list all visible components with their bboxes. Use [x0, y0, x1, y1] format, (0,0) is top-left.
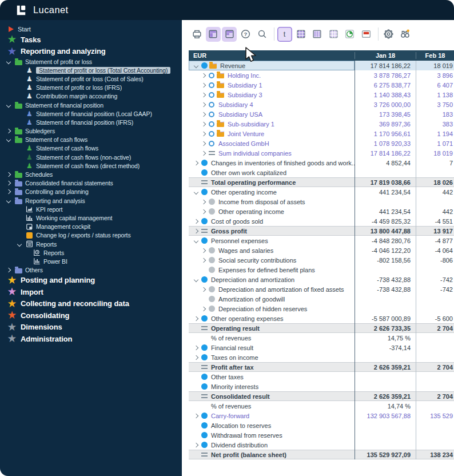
sidebar-item-administration[interactable]: ★Administration — [0, 333, 182, 345]
sidebar-item-start[interactable]: Start — [0, 24, 182, 34]
chevron-down-icon[interactable] — [192, 191, 200, 194]
chevron-right-icon[interactable] — [7, 173, 14, 176]
sidebar-item-subledgers[interactable]: Subledgers — [0, 127, 182, 136]
table-row-subsidiary-1[interactable]: Subsidiary 16 275 838,776 407 — [189, 80, 454, 90]
sidebar-item-posting-and-planning[interactable]: ★Posting and planning — [0, 275, 182, 287]
chevron-right-icon[interactable] — [200, 132, 207, 136]
layout-table-left-button[interactable] — [206, 27, 221, 42]
sidebar-item-statement-of-profit-or-loss-total-cost-accounting[interactable]: ♟Statement of profit or loss (Total Cost… — [0, 66, 182, 74]
chevron-right-icon[interactable] — [192, 414, 200, 418]
table-row-other-taxes[interactable]: Other taxes — [189, 372, 454, 382]
chevron-right-icon[interactable] — [200, 113, 207, 116]
sidebar-item-tasks[interactable]: ★Tasks — [0, 34, 182, 46]
chevron-down-icon[interactable] — [192, 278, 200, 281]
chevron-right-icon[interactable] — [192, 220, 200, 223]
chevron-right-icon[interactable] — [192, 356, 200, 359]
chevron-right-icon[interactable] — [200, 93, 207, 97]
table-row-other-operating-expenses[interactable]: Other operating expenses-5 587 000,89-5 … — [189, 314, 454, 323]
chevron-down-icon[interactable] — [7, 104, 14, 107]
sidebar-item-consolidating[interactable]: ★Consolidating — [0, 310, 182, 322]
table-row-minority-interests[interactable]: Minority interests — [189, 382, 454, 391]
column-header-feb[interactable]: Feb 18 — [416, 52, 454, 59]
table-row-revenue[interactable]: Revenue17 814 186,2218 019 — [189, 61, 454, 70]
table-row-holding-inc[interactable]: Holding Inc.3 878 786,273 896 — [189, 70, 454, 80]
chevron-down-icon[interactable] — [192, 239, 200, 243]
table-row-total-operating-performance[interactable]: Total operating performance17 819 038,66… — [189, 177, 454, 187]
column-header-jan[interactable]: Jan 18 — [355, 52, 416, 59]
chevron-down-icon[interactable] — [18, 243, 25, 246]
table-row-gross-profit[interactable]: Gross profit13 800 447,8813 917 — [189, 226, 454, 236]
table-row-consolidated-result[interactable]: Consolidated result2 626 359,212 704 — [189, 391, 454, 401]
sidebar-item-statement-of-profit-or-loss-cost-of-sales[interactable]: ♟Statement of profit or loss (Cost of Sa… — [0, 74, 182, 83]
table-row-subsidiary-usa[interactable]: Subsidiary USA173 398,45183 — [189, 109, 454, 119]
table-row-sub-subsidiary-1[interactable]: Sub-subsidiary 1369 897,36383 — [189, 119, 454, 129]
sidebar-item-statement-of-cash-flows[interactable]: Statement of cash flows — [0, 136, 182, 144]
sidebar-item-statement-of-financial-position[interactable]: Statement of financial position — [0, 101, 182, 109]
text-mode-button[interactable]: t — [277, 27, 292, 42]
table-row-of-revenues[interactable]: % of revenues14,74 % — [189, 401, 454, 411]
chevron-right-icon[interactable] — [7, 129, 14, 133]
table-row-sum-individual-companies[interactable]: Sum individual companies17 814 186,2218 … — [189, 148, 454, 158]
table-row-other-operating-income[interactable]: Other operating income441 234,54442 — [189, 207, 454, 216]
table-row-wages-and-salaries[interactable]: Wages and salaries-4 046 122,20-4 064 — [189, 245, 454, 255]
sidebar-item-power-bi[interactable]: Power BI — [0, 257, 182, 265]
sidebar-item-statement-of-financial-position-ifrs[interactable]: ♟Statement of financial position (IFRS) — [0, 118, 182, 126]
sidebar-item-consolidated-financial-statements[interactable]: Consolidated financial statements — [0, 179, 182, 188]
chevron-right-icon[interactable] — [192, 161, 200, 165]
sidebar-item-management-cockpit[interactable]: Management cockpit — [0, 223, 182, 231]
table-row-subsidiary-4[interactable]: Subsidiary 43 726 000,003 750 — [189, 100, 454, 109]
table-row-cost-of-goods-sold[interactable]: Cost of goods sold-4 459 825,32-4 551 — [189, 216, 454, 226]
chevron-right-icon[interactable] — [200, 142, 207, 145]
sidebar-item-statement-of-financial-position-local-gaap[interactable]: ♟Statement of financial position (Local … — [0, 109, 182, 118]
table-row-joint-venture[interactable]: Joint Venture1 170 956,611 194 — [189, 129, 454, 138]
table-row-allocation-to-reserves[interactable]: Allocation to reserves — [189, 421, 454, 430]
sidebar-item-statement-of-profit-or-loss-ifrs[interactable]: ♟Statement of profit or loss (IFRS) — [0, 84, 182, 92]
table-row-other-own-work-capitalized[interactable]: Other own work capitalized — [189, 168, 454, 177]
sphere-button[interactable] — [343, 27, 357, 42]
table-row-carry-forward[interactable]: Carry-forward132 903 567,88135 529 — [189, 411, 454, 421]
chevron-down-icon[interactable] — [192, 64, 200, 68]
sidebar-item-dimensions[interactable]: ★Dimensions — [0, 322, 182, 334]
chevron-right-icon[interactable] — [200, 259, 207, 262]
chevron-right-icon[interactable] — [192, 317, 200, 320]
table-row-depreciation-and-amortization-of-fixed-assets[interactable]: Depreciation and amortization of fixed a… — [189, 284, 454, 294]
chevron-right-icon[interactable] — [192, 443, 200, 447]
sidebar-item-import[interactable]: ★Import — [0, 286, 182, 298]
sidebar-item-statement-of-profit-or-loss[interactable]: Statement of profit or loss — [0, 57, 182, 66]
chevron-right-icon[interactable] — [192, 346, 200, 350]
chevron-right-icon[interactable] — [192, 229, 200, 233]
settings-gear-button[interactable] — [381, 27, 396, 42]
table-row-dividend-distribution[interactable]: Dividend distribution — [189, 440, 454, 450]
sidebar-item-collecting-and-reconciling-data[interactable]: ★Collecting and reconciling data — [0, 298, 182, 310]
chevron-right-icon[interactable] — [7, 190, 14, 193]
table-row-expenses-for-defined-benefit-plans[interactable]: Expenses for defined benefit plans — [189, 265, 454, 275]
sidebar-item-reports[interactable]: Reports — [0, 248, 182, 257]
search-button[interactable] — [254, 27, 269, 42]
print-button[interactable] — [189, 27, 204, 42]
table-row-income-from-disposal-of-assets[interactable]: Income from disposal of assets — [189, 197, 454, 207]
table-row-social-security-contributions[interactable]: Social security contributions-802 158,56… — [189, 255, 454, 265]
sidebar-item-kpi-report[interactable]: KPI report — [0, 205, 182, 213]
sidebar-item-change-log-exports-status-reports[interactable]: Change log / exports / status reports — [0, 231, 182, 240]
sidebar-item-contribution-margin-accounting[interactable]: ♟Contribution margin accounting — [0, 92, 182, 101]
column-header-currency[interactable]: EUR — [189, 52, 355, 59]
chevron-right-icon[interactable] — [200, 307, 207, 311]
table-row-changes-in-inventories-of-finished-goods-and-work[interactable]: Changes in inventories of finished goods… — [189, 158, 454, 168]
table-row-other-operating-income[interactable]: Other operating income441 234,54442 — [189, 187, 454, 197]
grid-solid-button[interactable] — [293, 27, 308, 42]
sidebar-item-others[interactable]: Others — [0, 266, 182, 275]
chevron-right-icon[interactable] — [7, 268, 14, 272]
sidebar-item-statement-of-cash-flows-non-active[interactable]: ♟Statement of cash flows (non-active) — [0, 153, 182, 161]
chevron-right-icon[interactable] — [200, 84, 207, 87]
chevron-right-icon[interactable] — [200, 152, 207, 155]
table-row-personnel-expenses[interactable]: Personnel expenses-4 848 280,76-4 877 — [189, 236, 454, 245]
sidebar-item-reporting-and-analyzing[interactable]: ★Reporting and analyzing — [0, 46, 182, 58]
sidebar-item-controlling-and-planning[interactable]: Controlling and planning — [0, 188, 182, 196]
grid-cols-button[interactable] — [310, 27, 325, 42]
sidebar-item-schedules[interactable]: Schedules — [0, 170, 182, 178]
table-row-amortization-of-goodwill[interactable]: Amortization of goodwill — [189, 294, 454, 304]
sidebar-item-statement-of-cash-flows-direct-method[interactable]: ♟Statement of cash flows (direct method) — [0, 161, 182, 170]
table-row-profit-after-tax[interactable]: Profit after tax2 626 359,212 704 — [189, 362, 454, 372]
sidebar-item-reports[interactable]: Reports — [0, 240, 182, 248]
sidebar-item-reporting-and-analysis[interactable]: Reporting and analysis — [0, 196, 182, 205]
